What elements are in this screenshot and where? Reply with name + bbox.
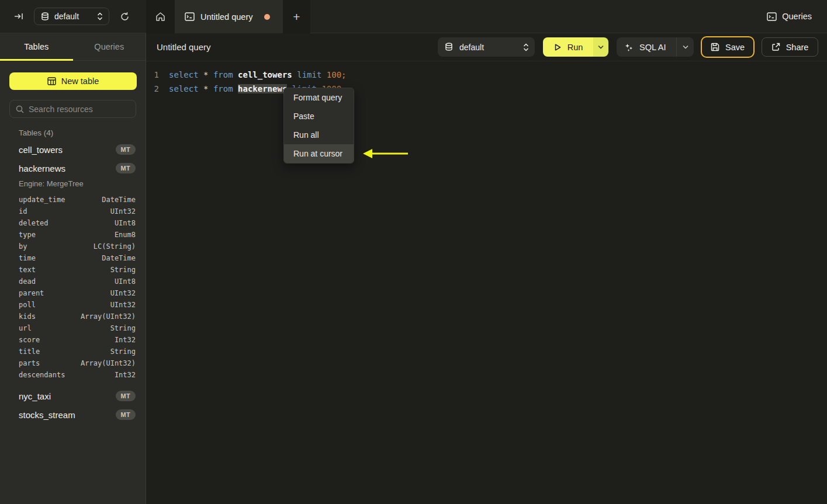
chevron-updown-icon bbox=[97, 12, 103, 20]
column-type: String bbox=[110, 347, 136, 356]
menu-item-format-query[interactable]: Format query bbox=[284, 88, 354, 107]
collapse-sidebar-icon bbox=[14, 12, 23, 21]
sql-table-name-selected: hackernews bbox=[238, 84, 287, 93]
query-title: Untitled query bbox=[157, 42, 211, 52]
column-type: LC(String) bbox=[94, 242, 136, 251]
topbar-database-value: default bbox=[54, 12, 92, 21]
column-type: Int32 bbox=[115, 336, 136, 344]
run-options-button[interactable] bbox=[593, 37, 608, 57]
search-input[interactable] bbox=[29, 105, 130, 114]
new-tab-button[interactable]: + bbox=[283, 0, 310, 33]
sidebar-tab-queries[interactable]: Queries bbox=[73, 33, 146, 60]
code-line-2: 2 select * from hackernews limit 1000 bbox=[146, 82, 827, 96]
top-bar-left: default bbox=[0, 8, 146, 25]
column-row: descendantsInt32 bbox=[0, 369, 146, 381]
sql-star: * bbox=[203, 70, 208, 79]
column-row: pollUInt32 bbox=[0, 299, 146, 311]
run-button-group: Run bbox=[543, 37, 608, 57]
sql-table-name: cell_towers bbox=[238, 70, 292, 79]
column-row: textString bbox=[0, 264, 146, 276]
column-row: scoreInt32 bbox=[0, 334, 146, 346]
table-grid-icon bbox=[47, 77, 56, 85]
sidebar: Tables Queries New table Tables (4) cell… bbox=[0, 33, 146, 504]
column-row: update_timeDateTime bbox=[0, 194, 146, 206]
column-name: update_time bbox=[19, 196, 65, 204]
column-type: Int32 bbox=[115, 371, 136, 379]
sql-keyword: limit bbox=[297, 70, 321, 79]
refresh-icon bbox=[120, 12, 130, 22]
column-row: partsArray(UInt32) bbox=[0, 357, 146, 369]
table-name: hackernews bbox=[19, 164, 65, 173]
table-name: stocks_stream bbox=[19, 410, 75, 420]
column-name: parent bbox=[19, 289, 44, 297]
column-name: title bbox=[19, 347, 40, 356]
sql-ai-button[interactable]: SQL AI bbox=[617, 37, 694, 57]
column-type: Enum8 bbox=[115, 231, 136, 239]
chevron-updown-icon bbox=[523, 43, 529, 51]
table-row-nyc-taxi[interactable]: nyc_taxi MT bbox=[0, 387, 146, 405]
menu-item-paste[interactable]: Paste bbox=[284, 107, 354, 126]
column-name: id bbox=[19, 207, 27, 215]
sql-number: 100; bbox=[327, 70, 347, 79]
column-type: UInt32 bbox=[110, 207, 136, 215]
annotation-arrow bbox=[361, 147, 410, 160]
column-name: score bbox=[19, 336, 40, 344]
column-type: DateTime bbox=[102, 254, 136, 262]
menu-item-run-all[interactable]: Run all bbox=[284, 126, 354, 144]
column-type: DateTime bbox=[102, 196, 136, 204]
save-button[interactable]: Save bbox=[701, 36, 755, 58]
sql-console-app: default bbox=[0, 0, 827, 504]
sql-keyword: from bbox=[213, 84, 233, 93]
engine-badge: MT bbox=[116, 144, 136, 155]
code-editor[interactable]: 1 select * from cell_towers limit 100; 2… bbox=[146, 61, 827, 504]
table-row-cell-towers[interactable]: cell_towers MT bbox=[0, 140, 146, 159]
new-table-button[interactable]: New table bbox=[9, 72, 137, 90]
column-type: UInt8 bbox=[115, 277, 136, 286]
column-row: byLC(String) bbox=[0, 241, 146, 252]
new-table-label: New table bbox=[61, 77, 99, 86]
tab-untitled-query[interactable]: Untitled query bbox=[175, 0, 283, 33]
table-name: cell_towers bbox=[19, 145, 63, 155]
run-button[interactable]: Run bbox=[543, 37, 593, 57]
menu-item-run-at-cursor[interactable]: Run at cursor bbox=[284, 144, 354, 163]
share-button[interactable]: Share bbox=[762, 37, 818, 57]
search-box bbox=[9, 100, 136, 118]
column-type: UInt32 bbox=[110, 301, 136, 309]
editor-database-selector[interactable]: default bbox=[438, 37, 535, 57]
share-button-label: Share bbox=[786, 43, 809, 52]
collapse-sidebar-button[interactable] bbox=[12, 9, 26, 23]
save-icon bbox=[711, 43, 719, 51]
column-name: poll bbox=[19, 301, 36, 309]
column-name: url bbox=[19, 324, 32, 332]
top-bar: default bbox=[0, 0, 827, 33]
column-name: text bbox=[19, 266, 36, 274]
table-name: nyc_taxi bbox=[19, 391, 51, 401]
refresh-button[interactable] bbox=[117, 9, 132, 24]
save-button-label: Save bbox=[725, 43, 745, 52]
tab-strip: Untitled query + bbox=[146, 0, 310, 33]
column-row: timeDateTime bbox=[0, 252, 146, 264]
play-icon bbox=[553, 43, 562, 51]
table-row-stocks-stream[interactable]: stocks_stream MT bbox=[0, 405, 146, 424]
line-number: 2 bbox=[146, 82, 159, 96]
editor-toolbar: default Run bbox=[438, 36, 818, 58]
share-icon bbox=[771, 43, 780, 51]
sidebar-tab-tables[interactable]: Tables bbox=[0, 33, 73, 60]
column-type: UInt32 bbox=[110, 289, 136, 297]
sql-keyword: select bbox=[169, 70, 199, 79]
line-number: 1 bbox=[146, 68, 159, 82]
engine-badge: MT bbox=[116, 409, 136, 420]
sparkles-icon bbox=[617, 43, 639, 52]
queries-button[interactable]: Queries bbox=[767, 12, 812, 21]
column-row: typeEnum8 bbox=[0, 229, 146, 241]
top-bar-right: Queries bbox=[767, 12, 827, 21]
home-button[interactable] bbox=[146, 0, 175, 33]
column-list: update_timeDateTime idUInt32 deletedUInt… bbox=[0, 194, 146, 381]
column-type: UInt8 bbox=[115, 219, 136, 227]
column-name: deleted bbox=[19, 219, 49, 227]
table-row-hackernews[interactable]: hackernews MT bbox=[0, 159, 146, 178]
topbar-database-selector[interactable]: default bbox=[34, 8, 109, 25]
column-row: parentUInt32 bbox=[0, 287, 146, 299]
run-button-label: Run bbox=[568, 43, 583, 52]
column-type: Array(UInt32) bbox=[81, 312, 136, 321]
